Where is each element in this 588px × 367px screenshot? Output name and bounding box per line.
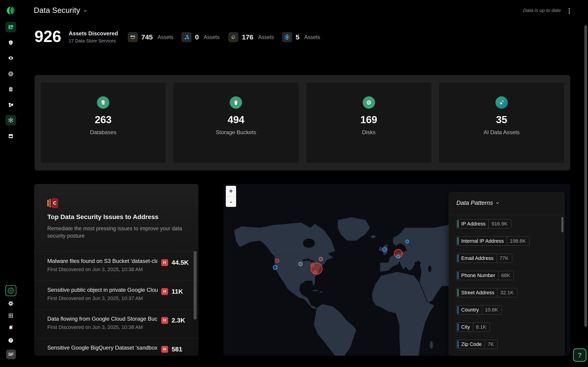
issue-count: 581 bbox=[172, 346, 182, 353]
zoom-out-button[interactable]: - bbox=[226, 196, 236, 207]
map-bubble[interactable] bbox=[299, 262, 302, 266]
pattern-chip-country[interactable]: Country10.8K bbox=[456, 305, 502, 315]
sidebar-item-notifications[interactable] bbox=[6, 323, 16, 333]
issue-title: Sensitive Google BigQuery Dataset 'sandb… bbox=[47, 344, 157, 351]
sidebar-item-settings[interactable] bbox=[6, 298, 16, 309]
gcp-asset-unit: Assets bbox=[258, 34, 274, 40]
sidebar-item-inventory[interactable] bbox=[6, 100, 16, 110]
pattern-count: 77K bbox=[500, 255, 509, 261]
asset-summary-panel: 263 Databases 494 Storage Buckets 169 Di… bbox=[35, 75, 570, 170]
pattern-chip-zip-code[interactable]: Zip Code7K bbox=[456, 340, 498, 349]
sidebar-item-visibility[interactable] bbox=[6, 53, 16, 63]
issue-count: 2.3K bbox=[172, 317, 185, 324]
issues-scrollbar-thumb[interactable] bbox=[194, 251, 197, 319]
map-bubble[interactable] bbox=[313, 271, 317, 274]
pattern-chip-email-address[interactable]: Email Address77K bbox=[456, 254, 512, 263]
azure-icon bbox=[182, 32, 191, 42]
help-fab-button[interactable]: ? bbox=[573, 348, 586, 362]
patterns-scrollbar-thumb[interactable] bbox=[561, 217, 563, 232]
sidebar-item-classifications[interactable] bbox=[6, 115, 16, 125]
help-icon: ? bbox=[8, 337, 14, 343]
card-ai-data-assets[interactable]: 35 AI Data Assets bbox=[439, 82, 565, 163]
sidebar-item-integrations[interactable] bbox=[6, 131, 16, 141]
issue-title: Malware files found on S3 Bucket 'datase… bbox=[47, 258, 157, 264]
card-disks[interactable]: 169 Disks bbox=[306, 82, 432, 163]
ai-spiral-icon bbox=[6, 286, 15, 295]
provider-stat-aws: aws 745 Assets bbox=[128, 32, 173, 42]
google-cloud-icon bbox=[228, 32, 238, 42]
bell-icon bbox=[8, 325, 14, 331]
severity-badge: H bbox=[161, 317, 168, 324]
database-icon bbox=[97, 96, 109, 109]
top-issues-panel: C Top Data Security Issues to Address Re… bbox=[34, 184, 199, 356]
pattern-count: 916.9K bbox=[492, 221, 508, 227]
ai-data-assets-count: 35 bbox=[439, 114, 564, 125]
pattern-color-bar bbox=[457, 323, 459, 331]
map-bubble[interactable] bbox=[311, 264, 314, 267]
pattern-color-bar bbox=[457, 341, 459, 348]
pattern-label: Phone Number bbox=[461, 273, 495, 278]
user-avatar[interactable]: SF bbox=[6, 350, 16, 359]
issue-row[interactable]: Sensitive Google BigQuery Dataset 'sandb… bbox=[34, 338, 199, 356]
pattern-count: 8.1K bbox=[476, 324, 486, 330]
storefront-icon bbox=[8, 133, 14, 139]
card-storage-buckets[interactable]: 494 Storage Buckets bbox=[173, 82, 299, 163]
burst-icon bbox=[8, 117, 14, 123]
sidebar-item-help[interactable]: ? bbox=[6, 335, 16, 346]
pattern-label: Email Address bbox=[461, 255, 493, 261]
azure-asset-unit: Assets bbox=[204, 34, 220, 40]
sidebar-item-policies[interactable] bbox=[6, 84, 16, 94]
sidebar-item-dashboard[interactable] bbox=[6, 22, 16, 32]
pattern-chip-phone-number[interactable]: Phone Number68K bbox=[456, 271, 514, 280]
severity-badge: H bbox=[161, 259, 168, 266]
provider-stat-azure: 0 Assets bbox=[182, 32, 220, 42]
snowflake-icon bbox=[282, 32, 292, 42]
pattern-chip-ip-address[interactable]: IP Address916.9K bbox=[456, 219, 511, 228]
data-patterns-header[interactable]: Data Patterns bbox=[456, 199, 499, 206]
map-bubble[interactable] bbox=[397, 255, 400, 258]
svg-text:?: ? bbox=[10, 339, 12, 342]
sidebar-item-attack-surface[interactable] bbox=[6, 69, 16, 79]
disks-label: Disks bbox=[306, 129, 432, 135]
issue-row[interactable]: Malware files found on S3 Bucket 'datase… bbox=[34, 252, 199, 281]
app-root: ? SF Data Security Data is up to date 92… bbox=[0, 0, 588, 367]
map-bubble[interactable] bbox=[406, 240, 409, 243]
card-databases[interactable]: 263 Databases bbox=[40, 82, 166, 163]
map-bubble[interactable] bbox=[319, 257, 323, 261]
bucket-icon bbox=[230, 96, 242, 109]
pattern-count: 7K bbox=[488, 341, 494, 347]
sidebar-item-issues[interactable] bbox=[6, 37, 16, 48]
pattern-label: IP Address bbox=[461, 221, 485, 227]
databases-label: Databases bbox=[40, 129, 166, 135]
page-title-chevron-icon[interactable] bbox=[83, 9, 87, 13]
overflow-menu-button[interactable] bbox=[567, 7, 571, 15]
assets-total-label: Assets Discovered bbox=[69, 30, 118, 37]
issue-row[interactable]: Sensitive public object in private Googl… bbox=[34, 281, 199, 309]
dashboard-icon bbox=[8, 24, 14, 30]
issues-panel-subtitle: Remediate the most pressing issues to im… bbox=[47, 225, 185, 240]
pattern-color-bar bbox=[457, 220, 459, 227]
pattern-label: City bbox=[461, 324, 470, 330]
zoom-in-button[interactable]: + bbox=[226, 186, 236, 196]
help-fab-label: ? bbox=[578, 351, 582, 359]
pattern-chip-internal-ip-address[interactable]: Internal IP Address198.8K bbox=[456, 236, 529, 246]
disks-count: 169 bbox=[306, 114, 432, 125]
page-scrollbar-thumb[interactable] bbox=[584, 25, 587, 327]
ai-assistant-button[interactable] bbox=[5, 285, 16, 296]
cyera-logo-icon[interactable] bbox=[6, 6, 15, 15]
pattern-color-bar bbox=[457, 306, 459, 314]
gcp-asset-count: 176 bbox=[242, 33, 253, 41]
pattern-label: Street Address bbox=[461, 290, 494, 296]
map-bubble[interactable] bbox=[273, 265, 277, 269]
sidebar-item-apps[interactable] bbox=[6, 310, 16, 321]
storage-buckets-count: 494 bbox=[173, 114, 299, 125]
grid-icon bbox=[8, 313, 14, 318]
issue-row[interactable]: Data flowing from Google Cloud Storage B… bbox=[34, 309, 199, 338]
gear-icon bbox=[8, 300, 14, 307]
issue-discovered: First Discovered on Jun 3, 2025, 10:37 A… bbox=[47, 295, 143, 301]
map-zoom-controls: + - bbox=[226, 186, 236, 207]
pattern-chip-street-address[interactable]: Street Address32.1K bbox=[456, 288, 517, 297]
map-bubble[interactable] bbox=[382, 248, 387, 252]
pattern-chip-city[interactable]: City8.1K bbox=[456, 323, 490, 332]
map-bubble[interactable] bbox=[275, 259, 279, 263]
